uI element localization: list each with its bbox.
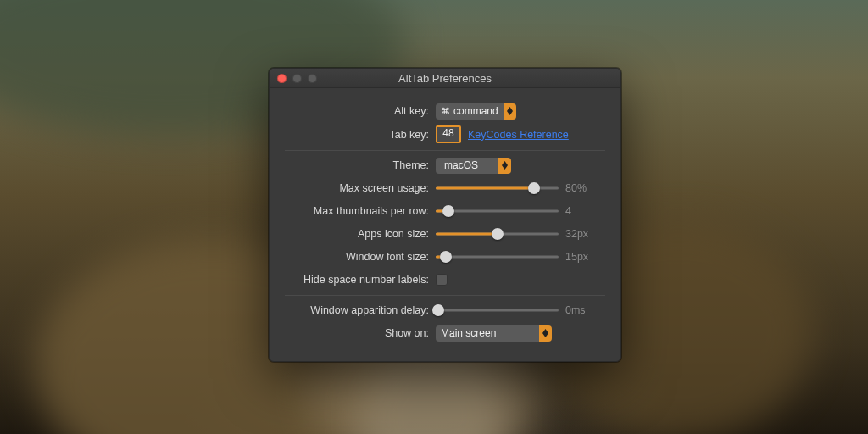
minimize-icon[interactable] <box>292 74 302 83</box>
chevron-up-down-icon <box>504 103 516 120</box>
zoom-icon[interactable] <box>308 74 317 83</box>
keycodes-reference-link[interactable]: KeyCodes Reference <box>468 129 569 141</box>
window-font-size-value: 15px <box>565 251 599 263</box>
close-icon[interactable] <box>277 74 287 83</box>
theme-dropdown[interactable]: macOS <box>436 158 511 174</box>
chevron-up-down-icon <box>539 326 552 342</box>
theme-value: macOS <box>444 159 478 171</box>
show-on-dropdown[interactable]: Main screen <box>436 326 552 342</box>
preferences-window: AltTab Preferences Alt key: ⌘ command <box>269 68 621 362</box>
window-title: AltTab Preferences <box>270 72 620 85</box>
apparition-delay-label: Window apparition delay: <box>285 304 436 316</box>
max-thumbnails-slider[interactable] <box>436 204 559 218</box>
hide-space-labels-label: Hide space number labels: <box>285 274 436 286</box>
svg-marker-5 <box>542 333 548 337</box>
divider <box>285 295 605 296</box>
show-on-value: Main screen <box>441 327 496 339</box>
apps-icon-size-label: Apps icon size: <box>285 228 436 240</box>
window-titlebar[interactable]: AltTab Preferences <box>270 69 620 88</box>
window-font-size-label: Window font size: <box>285 251 436 263</box>
apps-icon-size-slider[interactable] <box>436 227 559 241</box>
svg-marker-3 <box>502 165 508 170</box>
max-thumbnails-value: 4 <box>565 205 599 217</box>
divider <box>285 150 605 151</box>
chevron-up-down-icon <box>498 158 511 174</box>
show-on-label: Show on: <box>285 327 436 339</box>
svg-marker-1 <box>507 111 513 115</box>
apps-icon-size-value: 32px <box>565 228 599 240</box>
theme-label: Theme: <box>285 159 436 171</box>
apparition-delay-slider[interactable] <box>436 303 559 317</box>
max-screen-usage-label: Max screen usage: <box>285 182 436 194</box>
desktop-background: AltTab Preferences Alt key: ⌘ command <box>0 0 868 434</box>
alt-key-dropdown[interactable]: ⌘ command <box>436 103 516 120</box>
command-icon: ⌘ <box>441 106 450 117</box>
tab-key-label: Tab key: <box>285 129 436 141</box>
alt-key-value: command <box>453 105 498 117</box>
max-screen-usage-value: 80% <box>565 182 599 194</box>
max-screen-usage-slider[interactable] <box>436 181 559 195</box>
window-font-size-slider[interactable] <box>436 250 559 264</box>
hide-space-labels-checkbox[interactable] <box>436 274 448 286</box>
max-thumbnails-label: Max thumbnails per row: <box>285 205 436 217</box>
alt-key-label: Alt key: <box>285 105 436 117</box>
apparition-delay-value: 0ms <box>565 304 599 316</box>
tab-key-input[interactable]: 48 <box>436 125 461 143</box>
preferences-form: Alt key: ⌘ command T <box>270 88 620 361</box>
